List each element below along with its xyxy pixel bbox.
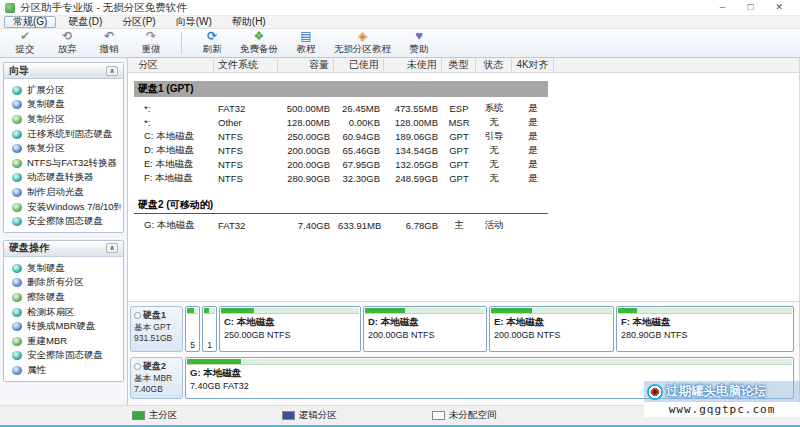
sidebar-item-properties[interactable]: 属性: [6, 363, 121, 378]
menu-disk[interactable]: 硬盘(D): [60, 16, 110, 28]
table-row-d-drive[interactable]: D: 本地磁盘 NTFS 200.00GB 65.46GB 134.54GB G…: [128, 143, 799, 157]
legend-logical-partition: 逻辑分区: [282, 409, 432, 422]
sidebar-item-label: NTFS与FAT32转换器: [27, 157, 117, 170]
table-row-esp[interactable]: *: FAT32 500.00MB 26.45MB 473.55MB ESP 系…: [128, 101, 799, 115]
sidebar-item-dynamic-disk-converter[interactable]: 动态硬盘转换器: [6, 171, 121, 186]
wizards-items: 扩展分区 复制硬盘 复制分区 迁移系统到固态硬盘 恢复分区 NTFS与FAT32…: [4, 79, 123, 232]
cell-filesystem: NTFS: [214, 145, 278, 156]
cell-status: 活动: [476, 219, 512, 232]
sidebar-item-rebuild-mbr[interactable]: 重建MBR: [6, 334, 121, 349]
free-backup-button[interactable]: 免费备份: [233, 29, 285, 57]
table-row-g-drive[interactable]: G: 本地磁盘 FAT32 7.40GB 633.91MB 6.78GB 主 活…: [128, 218, 799, 232]
sidebar-item-migrate-to-ssd[interactable]: 迁移系统到固态硬盘: [6, 127, 121, 142]
cell-status: 无: [476, 158, 512, 171]
sidebar-item-windows-to-go[interactable]: 安装Windows 7/8/10到移...: [6, 200, 121, 215]
close-icon[interactable]: [775, 2, 783, 13]
column-header-4k-aligned[interactable]: 4K对齐: [512, 59, 554, 71]
cell-used: 32.30GB: [334, 173, 384, 184]
cell-used: 633.91MB: [334, 220, 384, 231]
sidebar-item-convert-to-mbr[interactable]: 转换成MBR硬盘: [6, 319, 121, 334]
disk1-info[interactable]: 硬盘1 基本 GPT 931.51GB: [130, 306, 183, 352]
button-label: 无损分区教程: [334, 43, 391, 56]
column-header-used[interactable]: 已使用: [334, 59, 384, 71]
cell-4k-aligned: 是: [512, 158, 554, 171]
disk1-row: 硬盘1 基本 GPT 931.51GB 5 1 C: 本地磁盘 250.00: [130, 306, 794, 352]
sidebar-item-extend-partition[interactable]: 扩展分区: [6, 83, 121, 98]
cell-partition: F: 本地磁盘: [134, 172, 214, 185]
sidebar: 向导 扩展分区 复制硬盘 复制分区 迁移系统到固态硬盘 恢复分区 NTFS与FA…: [0, 58, 128, 405]
cell-unused: 189.06GB: [384, 131, 442, 142]
sidebar-item-copy-disk2[interactable]: 复制硬盘: [6, 261, 121, 276]
cell-partition: *:: [134, 103, 214, 114]
refresh-button[interactable]: 刷新: [191, 29, 233, 57]
menu-bar: 常规(G) 硬盘(D) 分区(P) 向导(W) 帮助(H): [0, 16, 800, 29]
disk-ops-panel: 硬盘操作 复制硬盘 删除所有分区 擦除硬盘 检测坏扇区 转换成MBR硬盘 重建M…: [3, 240, 124, 382]
menu-help[interactable]: 帮助(H): [224, 16, 274, 28]
sidebar-item-label: 删除所有分区: [27, 276, 84, 289]
column-header-capacity[interactable]: 容量: [278, 59, 334, 71]
column-header-filesystem[interactable]: 文件系统: [214, 59, 278, 71]
partition-block-c[interactable]: C: 本地磁盘 250.00GB NTFS: [219, 306, 361, 352]
column-header-partition[interactable]: 分区: [134, 59, 214, 71]
disk-ops-panel-header[interactable]: 硬盘操作: [4, 241, 123, 257]
table-row-msr[interactable]: *: Other 128.00MB 0.00KB 128.00MB MSR 无 …: [128, 115, 799, 129]
sidebar-item-copy-disk[interactable]: 复制硬盘: [6, 98, 121, 113]
sidebar-item-make-bootable-media[interactable]: 制作启动光盘: [6, 185, 121, 200]
tutorial-button[interactable]: 教程: [285, 29, 327, 57]
table-row-c-drive[interactable]: C: 本地磁盘 NTFS 250.00GB 60.94GB 189.06GB G…: [128, 129, 799, 143]
toolbar: 提交 放弃 撤销 重做 刷新 免费备份 教程 无损分区教程 赞助: [0, 29, 800, 58]
sidebar-item-delete-all-partitions[interactable]: 删除所有分区: [6, 276, 121, 291]
sidebar-item-label: 制作启动光盘: [27, 186, 84, 199]
watermark-forum-name: 过期罐头电脑论坛: [666, 383, 766, 400]
disk2-group-header[interactable]: 硬盘2 (可移动的): [134, 197, 548, 214]
menu-wizard[interactable]: 向导(W): [168, 16, 220, 28]
cell-unused: 248.59GB: [384, 173, 442, 184]
title-bar: 分区助手专业版 - 无损分区免费软件: [0, 0, 800, 16]
disk-icon: [12, 322, 22, 331]
sidebar-item-check-bad-sectors[interactable]: 检测坏扇区: [6, 305, 121, 320]
cell-filesystem: FAT32: [214, 220, 278, 231]
partition-block-f[interactable]: F: 本地磁盘 280.90GB NTFS: [616, 306, 794, 352]
sidebar-item-secure-erase-ssd[interactable]: 安全擦除固态硬盘: [6, 214, 121, 229]
disk2-info[interactable]: 硬盘2 基本 MBR 7.40GB: [130, 357, 183, 399]
discard-button[interactable]: 放弃: [46, 29, 88, 57]
maximize-icon[interactable]: [747, 2, 753, 13]
partition-subtitle: 200.00GB NTFS: [368, 329, 482, 343]
partition-block-msr[interactable]: 1: [202, 306, 217, 352]
cell-unused: 473.55MB: [384, 103, 442, 114]
table-row-f-drive[interactable]: F: 本地磁盘 NTFS 280.90GB 32.30GB 248.59GB G…: [128, 171, 799, 185]
forum-watermark: 过期罐头电脑论坛 www.gqgtpc.com: [644, 381, 800, 417]
partition-block-e[interactable]: E: 本地磁盘 200.00GB NTFS: [489, 306, 614, 352]
partition-block-esp[interactable]: 5: [185, 306, 200, 352]
column-header-type[interactable]: 类型: [442, 59, 476, 71]
partition-label: 1: [203, 340, 216, 351]
disk-icon: [12, 188, 22, 197]
wizards-panel-header[interactable]: 向导: [4, 63, 123, 79]
table-row-e-drive[interactable]: E: 本地磁盘 NTFS 200.00GB 67.95GB 132.05GB G…: [128, 157, 799, 171]
menu-general[interactable]: 常规(G): [4, 16, 56, 28]
disk1-group-header[interactable]: 硬盘1 (GPT): [134, 81, 548, 97]
button-label: 教程: [297, 43, 316, 56]
cell-4k-aligned: 是: [512, 144, 554, 157]
partition-tutorial-button[interactable]: 无损分区教程: [327, 29, 398, 57]
collapse-chevron-icon[interactable]: [106, 243, 118, 253]
sidebar-item-recover-partition[interactable]: 恢复分区: [6, 141, 121, 156]
menu-partition[interactable]: 分区(P): [114, 16, 163, 28]
refresh-icon: [207, 30, 217, 43]
minimize-icon[interactable]: [720, 2, 726, 13]
sidebar-item-secure-erase-ssd2[interactable]: 安全擦除固态硬盘: [6, 349, 121, 364]
undo-button[interactable]: 撤销: [88, 29, 130, 57]
legend-label: 逻辑分区: [299, 409, 337, 422]
redo-button[interactable]: 重做: [130, 29, 172, 57]
column-header-unused[interactable]: 未使用: [384, 59, 442, 71]
partition-block-d[interactable]: D: 本地磁盘 200.00GB NTFS: [363, 306, 487, 352]
column-header-status[interactable]: 状态: [476, 59, 512, 71]
sidebar-item-copy-partition[interactable]: 复制分区: [6, 112, 121, 127]
sidebar-item-wipe-disk[interactable]: 擦除硬盘: [6, 290, 121, 305]
sidebar-item-ntfs-fat32-converter[interactable]: NTFS与FAT32转换器: [6, 156, 121, 171]
sponsor-button[interactable]: 赞助: [398, 29, 440, 57]
commit-button[interactable]: 提交: [4, 29, 46, 57]
disk-icon: [12, 278, 22, 287]
wizards-panel: 向导 扩展分区 复制硬盘 复制分区 迁移系统到固态硬盘 恢复分区 NTFS与FA…: [3, 62, 124, 233]
collapse-chevron-icon[interactable]: [106, 66, 118, 76]
